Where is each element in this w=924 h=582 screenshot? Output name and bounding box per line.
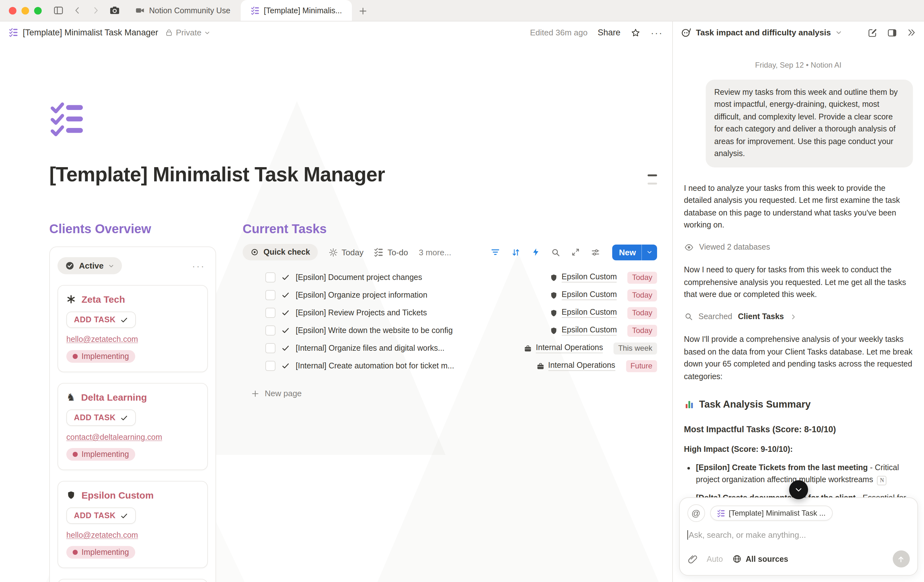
clients-more-button[interactable]: ··· [192, 260, 208, 271]
client-name[interactable]: Epsilon Custom [81, 490, 153, 501]
expand-button[interactable] [571, 248, 580, 256]
more-views-button[interactable]: 3 more... [419, 247, 451, 257]
forward-icon[interactable] [91, 6, 101, 15]
chevron-down-icon[interactable] [835, 29, 842, 36]
checklist-icon [251, 6, 259, 15]
task-client-relation[interactable]: Internal Operations [524, 343, 603, 353]
mention-button[interactable]: @ [687, 504, 705, 522]
task-client-relation[interactable]: Epsilon Custom [549, 326, 617, 336]
zoom-window-button[interactable] [34, 7, 42, 14]
client-card[interactable]: Zeta Tech ADD TASK hello@zetatech.com Im… [58, 285, 208, 372]
viewed-databases-step[interactable]: Viewed 2 databases [684, 241, 912, 253]
close-window-button[interactable] [9, 7, 16, 14]
view-tab-today[interactable]: Today [328, 247, 363, 257]
panel-layout-icon[interactable] [887, 28, 897, 38]
paperclip-icon[interactable] [687, 554, 697, 564]
collapsed-block-handle[interactable] [647, 183, 657, 184]
share-button[interactable]: Share [598, 28, 620, 37]
tab-notion-community[interactable]: Notion Community Use [125, 0, 240, 21]
client-name[interactable]: Zeta Tech [81, 294, 125, 304]
double-chevron-right-icon[interactable] [906, 28, 916, 37]
all-sources-button[interactable]: All sources [732, 554, 788, 564]
add-task-button[interactable]: ADD TASK [66, 311, 136, 328]
new-tab-button[interactable] [358, 5, 368, 16]
sliders-icon [591, 247, 600, 257]
task-row[interactable]: [Epsilon] Organize project information E… [266, 286, 657, 304]
page-title[interactable]: [Template] Minimalist Task Manager [49, 163, 672, 187]
back-icon[interactable] [73, 6, 82, 15]
task-client-relation[interactable]: Internal Operations [536, 361, 615, 371]
collapsed-block-handle[interactable] [647, 174, 657, 176]
task-checkbox[interactable] [266, 343, 276, 353]
task-checkbox[interactable] [266, 326, 276, 336]
page-icon-checklist[interactable] [49, 101, 86, 138]
ai-thread-title[interactable]: Task impact and difficulty analysis [696, 28, 831, 37]
new-page-button[interactable]: New page [251, 389, 657, 398]
task-title[interactable]: [Internal] Create automation bot for tic… [296, 362, 530, 370]
ai-input-box[interactable]: @ [Template] Minimalist Task ... Auto [679, 497, 918, 576]
notion-page-badge-icon[interactable]: N [877, 476, 887, 486]
task-title[interactable]: [Epsilon] Organize project information [296, 291, 544, 299]
sidebar-toggle-icon[interactable] [53, 5, 64, 16]
client-email-link[interactable]: contact@deltalearning.com [66, 433, 199, 442]
favorite-star-icon[interactable] [630, 28, 641, 38]
task-client-relation[interactable]: Epsilon Custom [549, 272, 617, 283]
client-email-link[interactable]: hello@zetatech.com [66, 335, 199, 344]
task-checkbox[interactable] [266, 308, 276, 318]
tab-template-task-manager[interactable]: [Template] Minimalis... [240, 0, 352, 21]
due-date-badge[interactable]: Today [628, 307, 657, 319]
clients-view-tab-active[interactable]: Active [58, 257, 122, 274]
camera-icon[interactable] [109, 5, 120, 16]
task-checkbox[interactable] [266, 361, 276, 371]
minimize-window-button[interactable] [21, 7, 29, 14]
due-date-badge[interactable]: This week [614, 342, 657, 354]
automation-button[interactable] [531, 248, 540, 256]
task-row[interactable]: [Epsilon] Review Projects and Tickets Ep… [266, 304, 657, 322]
new-button-dropdown[interactable] [642, 249, 657, 255]
task-client-relation[interactable]: Epsilon Custom [549, 290, 617, 300]
scroll-to-bottom-button[interactable] [789, 480, 808, 499]
due-date-badge[interactable]: Today [628, 289, 657, 301]
due-date-badge[interactable]: Future [626, 360, 657, 372]
breadcrumb[interactable]: [Template] Minimalist Task Manager [23, 28, 158, 37]
task-client-relation[interactable]: Epsilon Custom [549, 308, 617, 318]
view-tab-quick-check[interactable]: Quick check [243, 244, 317, 260]
compose-icon[interactable] [867, 28, 877, 38]
privacy-dropdown[interactable]: Private [165, 28, 210, 37]
client-name[interactable]: Delta Learning [81, 392, 147, 403]
client-card[interactable]: Epsilon Custom ADD TASK hello@zetatech.c… [58, 481, 208, 568]
due-date-badge[interactable]: Today [628, 271, 657, 283]
searched-target[interactable]: Client Tasks [738, 311, 784, 323]
sort-button[interactable] [511, 247, 521, 257]
due-date-badge[interactable]: Today [628, 324, 657, 337]
task-title[interactable]: [Epsilon] Document project changes [296, 273, 544, 282]
task-checkbox[interactable] [266, 272, 276, 283]
more-options-button[interactable]: ··· [651, 27, 663, 38]
model-auto-label[interactable]: Auto [707, 554, 723, 563]
task-row[interactable]: [Epsilon] Write down the website to be c… [266, 322, 657, 339]
task-title[interactable]: [Epsilon] Review Projects and Tickets [296, 308, 544, 317]
new-task-button[interactable]: New [612, 244, 657, 260]
task-row[interactable]: [Internal] Create automation bot for tic… [266, 357, 657, 375]
add-task-button[interactable]: ADD TASK [66, 508, 136, 524]
task-title[interactable]: [Epsilon] Write down the website to be c… [296, 326, 544, 335]
task-row[interactable]: [Internal] Organize files and digital wo… [266, 339, 657, 357]
check-circle-icon [65, 261, 74, 271]
view-tab-todo[interactable]: To-do [375, 247, 408, 257]
task-checkbox[interactable] [266, 290, 276, 300]
searched-step[interactable]: Searched Client Tasks [684, 311, 912, 323]
conversation-date: Friday, Sep 12 • Notion AI [684, 60, 912, 71]
task-title[interactable]: [Internal] Organize files and digital wo… [296, 344, 518, 352]
client-card[interactable]: ♞ Delta Learning ADD TASK contact@deltal… [58, 579, 208, 582]
notion-window: Notion Community Use [Template] Minimali… [0, 0, 924, 582]
task-row[interactable]: [Epsilon] Document project changes Epsil… [266, 269, 657, 286]
client-card[interactable]: ♞ Delta Learning ADD TASK contact@deltal… [58, 383, 208, 470]
client-email-link[interactable]: hello@zetatech.com [66, 531, 199, 540]
send-button[interactable] [893, 551, 909, 567]
add-task-button[interactable]: ADD TASK [66, 410, 136, 426]
ai-prompt-input[interactable] [688, 530, 909, 540]
search-button[interactable] [551, 247, 560, 257]
context-page-chip[interactable]: [Template] Minimalist Task ... [710, 506, 832, 521]
view-settings-button[interactable] [591, 247, 600, 257]
filter-button[interactable] [490, 247, 500, 257]
